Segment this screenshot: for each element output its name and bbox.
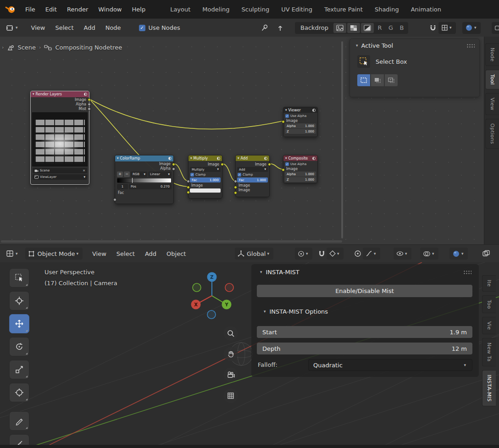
tool-transform[interactable] <box>9 383 29 402</box>
tool-annotate[interactable] <box>9 411 29 431</box>
z-slider[interactable]: Z1.000 <box>285 129 316 134</box>
breadcrumb-scene[interactable]: Scene <box>17 44 36 51</box>
select-mode-subtract-button[interactable] <box>385 74 398 86</box>
tool-scale[interactable] <box>9 360 29 379</box>
blend-mode-dropdown[interactable]: Multiply▾ <box>190 167 221 172</box>
tab-node[interactable]: Node <box>485 43 499 66</box>
snap-magnet-icon[interactable] <box>427 22 439 34</box>
node-preview-icon[interactable] <box>217 157 220 160</box>
socket-image2-in[interactable] <box>187 191 190 194</box>
zoom-button[interactable] <box>223 326 238 341</box>
vp-menu-object[interactable]: Object <box>161 248 191 260</box>
node-preview-icon[interactable] <box>168 157 172 160</box>
backdrop-label[interactable]: Backdrop <box>296 24 333 31</box>
go-to-parent-node-tree-icon[interactable] <box>274 22 287 34</box>
node-preview-icon[interactable] <box>264 157 267 160</box>
socket-image2-in[interactable] <box>234 191 237 194</box>
socket-alpha-out[interactable] <box>172 167 175 171</box>
show-overlays-dropdown[interactable]: ▾ <box>420 248 438 260</box>
menu-edit[interactable]: Edit <box>40 4 62 15</box>
node-render-layers[interactable]: ▾ Render Layers Image Alpha Mist Scene ×… <box>30 91 89 185</box>
breadcrumb-nodetree[interactable]: Compositing Nodetree <box>55 44 122 51</box>
node-header[interactable]: ▾ Composite <box>283 155 317 161</box>
proportional-editing-icon[interactable] <box>352 248 364 260</box>
tab-item[interactable]: Ite <box>482 275 496 292</box>
falloff-dropdown[interactable]: Quadratic ▾ <box>308 359 472 371</box>
menu-file[interactable]: File <box>20 4 40 15</box>
close-icon[interactable]: × <box>83 169 85 172</box>
node-preview-icon[interactable] <box>84 93 87 96</box>
workspace-tab-layout[interactable]: Layout <box>164 3 196 16</box>
channel-g-button[interactable]: G <box>385 24 396 31</box>
socket-fac-in[interactable] <box>113 198 116 201</box>
stop-index-field[interactable]: 1 <box>117 184 128 189</box>
z-slider[interactable]: Z1.000 <box>285 177 316 182</box>
snapping-dropdown[interactable]: ▾ <box>327 248 344 260</box>
node-header[interactable]: ▾ Multiply <box>189 155 222 161</box>
backdrop-split-icon[interactable] <box>361 23 374 33</box>
mode-dropdown[interactable]: Object Mode ▾ <box>25 248 83 260</box>
use-alpha-checkbox[interactable]: ✓ Use Alpha <box>283 114 317 118</box>
socket-image1-in[interactable] <box>187 186 190 189</box>
stop-position-field[interactable]: Pos0.270 <box>129 184 172 189</box>
comp-menu-node[interactable]: Node <box>100 22 126 33</box>
node-editor-canvas[interactable]: › Scene › Compositing Nodetree ▾ Render … <box>0 37 484 244</box>
tool-select-box[interactable] <box>9 268 29 288</box>
socket-alpha-out[interactable] <box>88 103 91 106</box>
alpha-slider[interactable]: Alpha1.000 <box>285 123 316 128</box>
node-multiply[interactable]: ▾ Multiply Image Multiply▾ ✓ Clamp Fac1.… <box>188 155 222 199</box>
scene-selector[interactable]: Scene × <box>33 168 87 173</box>
viewport-shading-dropdown[interactable]: ▾ <box>449 248 468 260</box>
menu-window[interactable]: Window <box>93 4 127 15</box>
select-mode-extend-button[interactable] <box>371 74 384 86</box>
vp-menu-view[interactable]: View <box>87 248 111 260</box>
socket-image-out[interactable] <box>172 163 175 166</box>
workspace-tab-modeling[interactable]: Modeling <box>196 3 235 16</box>
clipped-header-button[interactable] <box>492 22 499 34</box>
backdrop-image-icon[interactable] <box>333 23 346 33</box>
snapping-dropdown[interactable]: ▾ <box>438 22 456 34</box>
comp-menu-select[interactable]: Select <box>50 22 78 33</box>
node-editor-vertical-scrollbar[interactable] <box>341 41 343 238</box>
vp-menu-select[interactable]: Select <box>111 248 140 260</box>
workspace-tab-texture-paint[interactable]: Texture Paint <box>318 3 369 16</box>
gizmo-axis-neg-z[interactable] <box>207 310 216 319</box>
menu-help[interactable]: Help <box>127 4 151 15</box>
navigation-gizmo[interactable]: Z X Y <box>186 268 238 320</box>
channel-r-button[interactable]: R <box>374 24 385 31</box>
panel-header[interactable]: ▾ Active Tool <box>350 39 479 52</box>
gizmo-axis-neg-x[interactable] <box>225 283 233 292</box>
socket-image1-in[interactable] <box>234 186 237 189</box>
pin-icon[interactable] <box>258 22 271 34</box>
interpolation-dropdown[interactable]: Linear▾ <box>148 171 172 177</box>
add-stop-button[interactable]: + <box>117 171 123 177</box>
tab-view[interactable]: Vie <box>482 317 496 334</box>
use-nodes-checkbox[interactable]: ✓ Use Nodes <box>139 24 180 31</box>
toggle-orthographic-button[interactable] <box>223 388 238 403</box>
mist-start-slider[interactable]: Start 1.9 m <box>257 326 472 338</box>
vp-menu-add[interactable]: Add <box>140 248 161 260</box>
socket-image-in[interactable] <box>282 120 285 123</box>
node-viewer[interactable]: ▾ Viewer ✓ Use Alpha Image Alpha1.000 Z1… <box>283 107 318 137</box>
node-header[interactable]: ▾ Viewer <box>283 107 317 113</box>
snap-magnet-icon[interactable] <box>316 248 328 260</box>
ramp-stop-marker[interactable] <box>132 178 133 183</box>
blend-mode-dropdown[interactable]: Add▾ <box>237 167 268 172</box>
workspace-tab-sculpting[interactable]: Sculpting <box>235 3 275 16</box>
editor-type-dropdown[interactable]: ▾ <box>4 248 22 260</box>
clamp-checkbox[interactable]: ✓ Clamp <box>189 172 222 177</box>
backdrop-alpha-icon[interactable] <box>347 23 360 33</box>
node-add[interactable]: ▾ Add Image Add▾ ✓ Clamp Fac1.000 Image … <box>235 155 270 197</box>
workspace-tab-uv-editing[interactable]: UV Editing <box>275 3 318 16</box>
tab-insta-mist[interactable]: INSTA-MIS <box>482 370 496 406</box>
color-ramp-gradient[interactable] <box>117 178 172 183</box>
chevron-right-icon[interactable]: › <box>2 44 4 50</box>
node-colorramp[interactable]: ▾ ColorRamp Image Alpha + − RGB▾ Linear▾… <box>115 155 174 204</box>
socket-mist-out[interactable] <box>88 107 91 111</box>
camera-view-button[interactable] <box>223 367 238 382</box>
pan-hand-button[interactable] <box>223 347 238 361</box>
editor-type-dropdown[interactable]: ▾ <box>4 22 22 34</box>
socket-image-in[interactable] <box>282 168 285 171</box>
pivot-point-dropdown[interactable]: ▾ <box>295 248 312 260</box>
workspace-tab-shading[interactable]: Shading <box>369 3 405 16</box>
